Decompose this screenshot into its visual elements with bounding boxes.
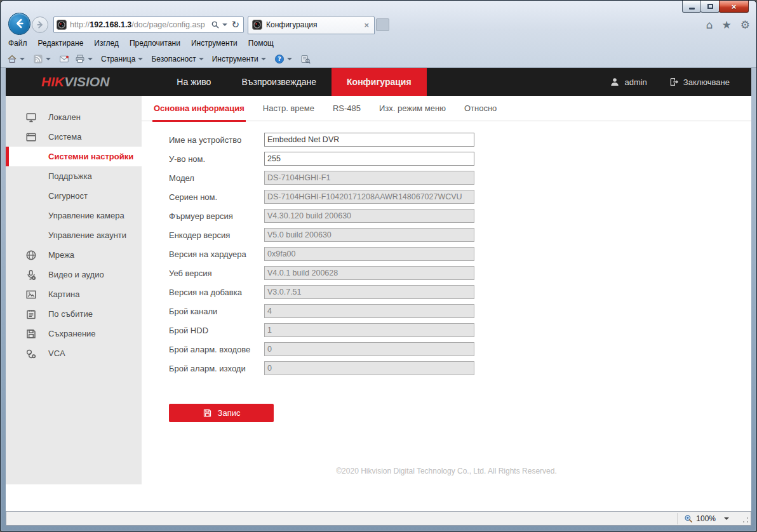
sidebar-item-12[interactable]: VCA <box>6 343 142 363</box>
sidebar-item-8[interactable]: Видео и аудио <box>6 265 142 284</box>
sidebar-item-4[interactable]: Сигурност <box>6 186 142 206</box>
sidebar-item-7[interactable]: Мрежа <box>6 245 142 265</box>
menu-item-2[interactable]: Изглед <box>94 39 119 48</box>
field-label: Фърмуер версия <box>169 211 264 221</box>
home-icon[interactable]: ⌂ <box>706 20 713 30</box>
field-input-3 <box>264 190 474 204</box>
settings-tab-2[interactable]: RS-485 <box>332 96 362 121</box>
field-label: Брой канали <box>169 307 264 316</box>
feeds-dropdown-icon[interactable] <box>46 58 51 60</box>
close-button[interactable]: × <box>719 1 749 13</box>
page-menu-button[interactable]: Страница <box>101 55 145 63</box>
forward-button[interactable] <box>32 17 48 33</box>
logout-button[interactable]: Заключване <box>669 77 730 87</box>
sidebar-item-label: Поддръжка <box>48 171 92 181</box>
sidebar-item-10[interactable]: По събитие <box>6 304 142 324</box>
sidebar-item-2[interactable]: Системни настройки <box>6 147 142 166</box>
sidebar-item-1[interactable]: Система <box>6 127 142 147</box>
back-button[interactable] <box>8 13 30 35</box>
print-button[interactable] <box>75 54 95 64</box>
feeds-button[interactable] <box>33 54 53 64</box>
form-row-2: Модел <box>169 168 751 187</box>
maximize-button[interactable] <box>700 1 720 13</box>
read-mail-button[interactable] <box>59 54 69 64</box>
help-icon: ? <box>274 54 285 64</box>
new-tab-button[interactable] <box>376 18 389 31</box>
field-input-5 <box>264 228 474 242</box>
app-nav-tab-2[interactable]: Конфигурация <box>332 68 427 96</box>
help-button[interactable]: ? <box>274 54 295 64</box>
search-dropdown-icon[interactable] <box>222 23 227 26</box>
app-header: HIKVISION На живоВъзпроизвежданеКонфигур… <box>6 68 751 96</box>
minimize-button[interactable] <box>682 1 701 13</box>
app-nav-tab-0[interactable]: На живо <box>161 68 226 96</box>
field-input-10 <box>264 323 474 337</box>
form-row-0: Име на устройство <box>169 130 751 149</box>
settings-gear-icon[interactable]: ⚙ <box>740 20 750 30</box>
tools-menu-button[interactable]: Инструменти <box>212 55 269 63</box>
user-name: admin <box>624 77 646 87</box>
browser-tab[interactable]: Конфигурация × <box>248 16 375 34</box>
save-button-label: Запис <box>218 408 241 418</box>
user-menu[interactable]: admin <box>610 77 646 87</box>
menu-item-5[interactable]: Помощ <box>248 39 274 48</box>
url-text[interactable]: http://192.168.1.3/doc/page/config.asp <box>70 20 211 29</box>
sidebar-item-label: Сигурност <box>48 191 88 201</box>
print-dropdown-icon[interactable] <box>88 58 93 60</box>
mail-icon <box>59 54 69 64</box>
field-label: Модел <box>169 173 264 183</box>
home-toolbar-button[interactable] <box>7 54 27 64</box>
web-page: HIKVISION На живоВъзпроизвежданеКонфигур… <box>6 68 751 511</box>
settings-tab-0[interactable]: Основна информация <box>152 96 246 121</box>
favorites-star-icon[interactable]: ★ <box>722 20 732 30</box>
minimize-icon <box>689 8 695 10</box>
menu-item-3[interactable]: Предпочитани <box>130 39 180 48</box>
printer-icon <box>75 54 85 64</box>
sidebar-item-11[interactable]: Съхранение <box>6 324 142 343</box>
sidebar-item-5[interactable]: Управление камера <box>6 206 142 225</box>
forward-arrow-icon <box>36 20 44 29</box>
page-menu-label: Страница <box>101 55 135 63</box>
field-input-9 <box>264 304 474 318</box>
monitor-icon <box>25 112 37 123</box>
help-dropdown-icon[interactable] <box>287 58 292 60</box>
zoom-dropdown-icon[interactable] <box>724 517 729 520</box>
tab-close-icon[interactable]: × <box>363 20 370 30</box>
search-icon[interactable] <box>211 20 220 29</box>
svg-text:?: ? <box>278 55 281 62</box>
home-dropdown-icon[interactable] <box>20 58 25 60</box>
zoom-control[interactable]: 100% <box>677 513 735 524</box>
app-nav-tab-1[interactable]: Възпроизвеждане <box>226 68 332 96</box>
menu-item-0[interactable]: Файл <box>8 39 27 48</box>
logout-label: Заключване <box>683 77 730 87</box>
settings-tab-4[interactable]: Относно <box>463 96 498 121</box>
menu-item-1[interactable]: Редактиране <box>38 39 84 48</box>
menu-item-4[interactable]: Инструменти <box>191 39 238 48</box>
refresh-icon[interactable]: ↻ <box>231 19 239 30</box>
tab-favicon <box>252 20 262 30</box>
sidebar-item-9[interactable]: Картина <box>6 284 142 304</box>
suggested-sites-button[interactable] <box>300 54 311 64</box>
page-menu-dropdown-icon <box>138 58 143 60</box>
sidebar-item-6[interactable]: Управление акаунти <box>6 225 142 245</box>
zoom-magnifier-icon <box>684 514 693 523</box>
hikvision-logo: HIKVISION <box>6 68 109 96</box>
logout-icon <box>669 77 679 87</box>
form-row-7: Уеб версия <box>169 263 751 283</box>
form-row-6: Версия на хардуера <box>169 244 751 263</box>
field-label: Енкодер версия <box>169 230 264 240</box>
main-panel: Основна информацияНастр. времеRS-485Изх.… <box>142 96 751 484</box>
resize-grip[interactable] <box>742 517 749 523</box>
user-icon <box>610 77 620 87</box>
sidebar-item-3[interactable]: Поддръжка <box>6 166 142 186</box>
settings-tab-1[interactable]: Настр. време <box>262 96 316 121</box>
address-bar[interactable]: http://192.168.1.3/doc/page/config.asp ↻ <box>53 17 244 33</box>
field-label: У-во ном. <box>169 154 264 164</box>
sidebar-item-0[interactable]: Локален <box>6 107 142 127</box>
settings-tab-3[interactable]: Изх. режим меню <box>378 96 447 121</box>
field-input-1[interactable] <box>264 152 474 166</box>
field-input-0[interactable] <box>264 133 474 147</box>
safety-menu-button[interactable]: Безопасност <box>151 55 206 63</box>
save-button[interactable]: Запис <box>169 404 274 422</box>
logo-vision: VISION <box>64 74 109 90</box>
